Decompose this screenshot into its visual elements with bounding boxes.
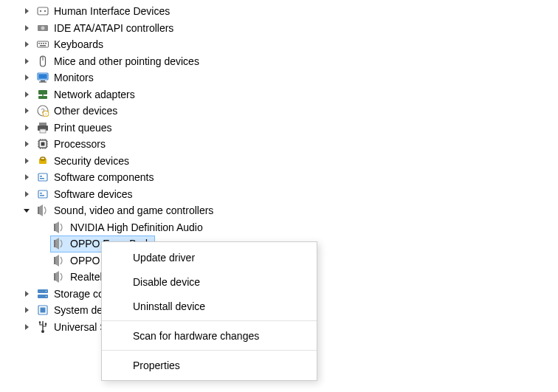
- storage-icon: [36, 287, 49, 300]
- chevron-right-icon[interactable]: [21, 288, 32, 300]
- speaker-icon: [52, 221, 66, 234]
- usb-icon: [36, 320, 49, 334]
- chevron-right-icon[interactable]: [21, 22, 32, 34]
- chevron-right-icon[interactable]: [21, 138, 32, 150]
- printer-icon: [36, 121, 49, 134]
- menu-item[interactable]: Properties: [102, 353, 317, 377]
- menu-item[interactable]: Disable device: [102, 269, 317, 294]
- chevron-right-icon[interactable]: [21, 171, 32, 183]
- tree-item[interactable]: NVIDIA High Definition Audio: [6, 219, 558, 236]
- chevron-down-icon[interactable]: [21, 204, 32, 216]
- chevron-right-icon[interactable]: [21, 38, 32, 50]
- tree-item-label: IDE ATA/ATAPI controllers: [54, 22, 173, 34]
- security-icon: [36, 154, 49, 168]
- tree-item[interactable]: Security devices: [6, 153, 558, 170]
- tree-item-label: Processors: [54, 138, 106, 150]
- tree-item-label: Monitors: [54, 72, 94, 83]
- chevron-right-icon[interactable]: [21, 304, 32, 316]
- sound-icon: [36, 204, 49, 217]
- expander-none: [37, 271, 49, 283]
- tree-item-label: NVIDIA High Definition Audio: [70, 221, 203, 233]
- menu-separator: [102, 320, 317, 321]
- tree-item[interactable]: IDE ATA/ATAPI controllers: [6, 20, 558, 37]
- tree-item[interactable]: Human Interface Devices: [6, 3, 558, 20]
- system-icon: [36, 303, 49, 317]
- tree-item-label: Human Interface Devices: [54, 5, 170, 17]
- chevron-right-icon[interactable]: [21, 55, 32, 67]
- tree-item-label: Software components: [54, 171, 154, 183]
- expander-none: [37, 221, 49, 233]
- chevron-right-icon[interactable]: [21, 188, 32, 200]
- expander-none: [37, 255, 49, 267]
- tree-item-label: Sound, video and game controllers: [54, 204, 213, 216]
- monitor-icon: [36, 71, 49, 84]
- tree-item-label: Print queues: [54, 122, 112, 134]
- hid-icon: [36, 4, 49, 18]
- tree-item[interactable]: Other devices: [6, 103, 558, 120]
- chevron-right-icon[interactable]: [21, 105, 32, 117]
- tree-item[interactable]: Print queues: [6, 120, 558, 137]
- network-icon: [36, 88, 49, 101]
- menu-item[interactable]: Uninstall device: [102, 294, 317, 318]
- tree-item[interactable]: Network adapters: [6, 86, 558, 103]
- context-menu: Update driverDisable deviceUninstall dev…: [101, 241, 317, 381]
- speaker-icon: [52, 270, 66, 283]
- tree-item[interactable]: Keyboards: [6, 36, 558, 53]
- tree-item[interactable]: Mice and other pointing devices: [6, 53, 558, 70]
- speaker-icon: [52, 237, 66, 250]
- chevron-right-icon[interactable]: [21, 5, 32, 17]
- chevron-right-icon[interactable]: [21, 72, 32, 83]
- tree-item-label: Other devices: [54, 105, 117, 117]
- keyboard-icon: [36, 38, 49, 51]
- menu-item[interactable]: Scan for hardware changes: [102, 323, 317, 348]
- tree-item-label: Security devices: [54, 155, 129, 167]
- expander-none: [37, 238, 49, 250]
- tree-item[interactable]: Sound, video and game controllers: [6, 202, 558, 219]
- tree-item-label: Software devices: [54, 188, 133, 200]
- software-dev-icon: [36, 188, 49, 201]
- tree-item-label: Network adapters: [54, 89, 135, 100]
- chevron-right-icon[interactable]: [21, 321, 32, 333]
- tree-item[interactable]: Software components: [6, 169, 558, 186]
- tree-item[interactable]: Software devices: [6, 186, 558, 203]
- menu-separator: [102, 350, 317, 351]
- speaker-icon: [52, 254, 66, 267]
- tree-item[interactable]: Monitors: [6, 69, 558, 86]
- menu-item[interactable]: Update driver: [102, 245, 317, 269]
- chevron-right-icon[interactable]: [21, 122, 32, 134]
- chevron-right-icon[interactable]: [21, 155, 32, 167]
- chevron-right-icon[interactable]: [21, 89, 32, 100]
- ide-icon: [36, 21, 49, 35]
- tree-item-label: Mice and other pointing devices: [54, 55, 199, 67]
- mouse-icon: [36, 55, 49, 68]
- software-comp-icon: [36, 171, 49, 184]
- other-icon: [36, 104, 49, 117]
- tree-item[interactable]: Processors: [6, 136, 558, 153]
- tree-item-label: Keyboards: [54, 38, 103, 50]
- cpu-icon: [36, 137, 49, 151]
